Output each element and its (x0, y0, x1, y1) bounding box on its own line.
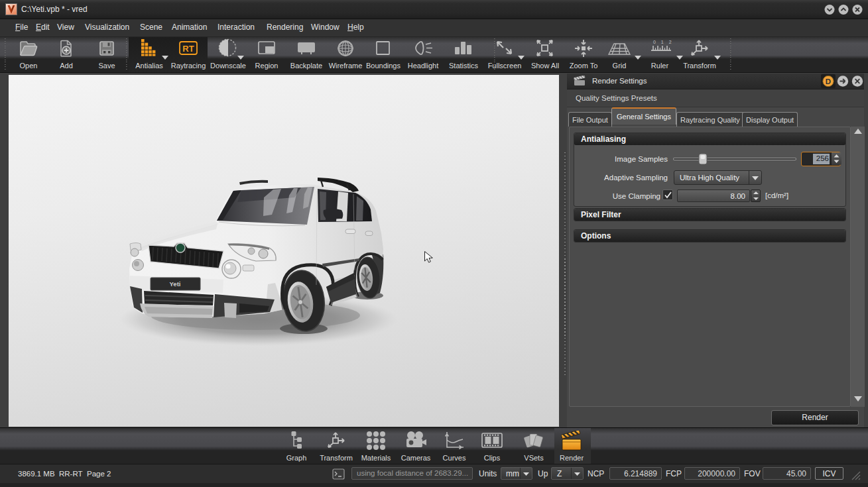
svg-text:Yeti: Yeti (170, 280, 181, 288)
svg-text:0 1 2: 0 1 2 (653, 40, 672, 44)
svg-text:D: D (826, 78, 831, 85)
svg-text:RT: RT (182, 44, 194, 54)
